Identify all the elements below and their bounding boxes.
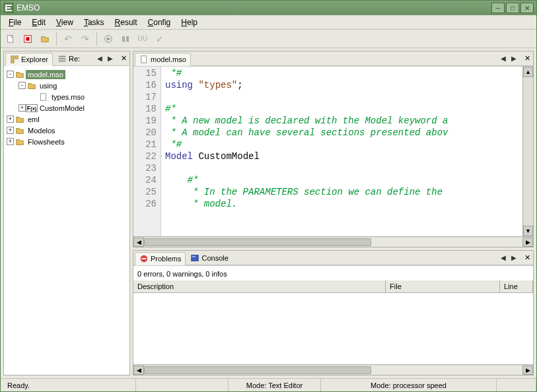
problems-tabs-next[interactable]: ▶ [509, 253, 519, 263]
minimize-button[interactable]: ─ [491, 3, 505, 13]
tree-item[interactable]: types.mso [5, 91, 128, 102]
folder-icon [15, 115, 24, 124]
explorer-icon [10, 55, 19, 64]
tree-item[interactable]: +F(x)CustomModel [5, 102, 128, 114]
menu-file[interactable]: File [3, 16, 26, 28]
col-file[interactable]: File [386, 280, 500, 292]
svg-rect-15 [192, 255, 199, 261]
tree-item[interactable]: +eml [5, 114, 128, 125]
editor-tabs-prev[interactable]: ◀ [499, 54, 508, 63]
tree-label[interactable]: types.mso [50, 92, 87, 102]
menu-view[interactable]: View [51, 16, 79, 28]
editor-tabs-close[interactable]: ✕ [522, 54, 532, 63]
toolbar-pause-icon[interactable]: ▮▮ [118, 32, 133, 46]
explorer-panel: Explorer Re: ◀ ▶ ✕ -model.mso-usingtypes… [3, 51, 130, 376]
model-icon: F(x) [27, 104, 36, 113]
col-line[interactable]: Line [500, 280, 533, 292]
tree-label[interactable]: eml [26, 115, 42, 124]
svg-rect-14 [142, 258, 147, 259]
tree-item[interactable]: -model.mso [5, 69, 128, 80]
toolbar-undo-icon[interactable]: ↶ [61, 32, 75, 46]
tree-label[interactable]: Flowsheets [26, 137, 67, 147]
tree-expander-icon[interactable]: + [7, 127, 14, 134]
tree-expander-icon[interactable]: - [7, 71, 14, 78]
problems-icon [139, 254, 149, 263]
tree-expander-icon[interactable]: - [18, 82, 26, 89]
tab-re[interactable]: Re: [53, 52, 85, 65]
list-icon [57, 54, 67, 63]
explorer-tabs-next[interactable]: ▶ [106, 54, 115, 63]
tree-label[interactable]: Modelos [26, 126, 57, 135]
svg-rect-7 [11, 59, 14, 62]
tree-label[interactable]: CustomModel [38, 104, 87, 113]
tree-expander-icon[interactable]: + [18, 104, 26, 112]
tree-label[interactable]: model.mso [26, 70, 65, 79]
svg-rect-11 [41, 93, 46, 100]
tree-item[interactable]: +Flowsheets [5, 136, 128, 147]
folder-icon [15, 70, 24, 79]
tree-expander-icon[interactable]: + [7, 138, 14, 145]
folder-icon [27, 81, 36, 90]
problems-body: 0 errors, 0 warnings, 0 infos Descriptio… [133, 265, 533, 375]
explorer-tabs: Explorer Re: ◀ ▶ ✕ [4, 51, 129, 66]
tab-console[interactable]: Console [186, 251, 233, 265]
toolbar: ↶ ↷ ▮▮ UU ✓ [1, 30, 536, 48]
explorer-tabs-prev[interactable]: ◀ [95, 54, 104, 63]
menu-tasks[interactable]: Tasks [79, 16, 110, 28]
editor-hscroll[interactable]: ◀ ▶ [133, 236, 533, 247]
code-editor[interactable]: 151617181920212223242526 *#using "types"… [133, 66, 533, 236]
folder-icon [15, 126, 24, 135]
menubar: File Edit View Tasks Result Config Help [1, 15, 536, 30]
app-icon [3, 3, 14, 13]
toolbar-grid-icon[interactable] [20, 32, 35, 46]
svg-rect-12 [141, 55, 147, 63]
app-window: EMSO ─ □ ✕ File Edit View Tasks Result C… [0, 0, 537, 392]
editor-tabs: model.mso ◀ ▶ ✕ [133, 51, 533, 66]
problems-tabs-prev[interactable]: ◀ [499, 253, 508, 263]
menu-edit[interactable]: Edit [26, 16, 51, 28]
svg-rect-3 [26, 37, 29, 40]
toolbar-check-icon[interactable]: ✓ [153, 32, 167, 46]
toolbar-uu-icon[interactable]: UU [135, 32, 150, 46]
console-icon [190, 253, 199, 263]
code-content[interactable]: *#using "types";#* * A new model is decl… [161, 67, 522, 236]
status-progress [497, 379, 536, 391]
tree-item[interactable]: -using [5, 80, 128, 91]
toolbar-open-icon[interactable] [38, 32, 52, 46]
file-icon [139, 55, 149, 64]
explorer-tabs-close[interactable]: ✕ [119, 54, 128, 63]
explorer-tree[interactable]: -model.mso-usingtypes.mso+F(x)CustomMode… [4, 66, 129, 375]
editor-tabs-next[interactable]: ▶ [509, 54, 519, 63]
fold-icon[interactable]: ▾ [161, 151, 162, 162]
menu-result[interactable]: Result [110, 16, 143, 28]
problems-tabs: Problems Console ◀ ▶ ✕ [133, 251, 533, 265]
toolbar-new-icon[interactable] [3, 32, 18, 46]
tree-expander-icon[interactable]: + [7, 115, 14, 123]
tree-item[interactable]: +Modelos [5, 125, 128, 136]
toolbar-redo-icon[interactable]: ↷ [78, 32, 92, 46]
tab-model-mso[interactable]: model.mso [135, 53, 191, 66]
status-mode-processor: Mode: processor speed [321, 379, 497, 391]
menu-help[interactable]: Help [176, 16, 203, 28]
titlebar[interactable]: EMSO ─ □ ✕ [1, 1, 536, 15]
problems-list[interactable] [133, 293, 533, 364]
tree-label[interactable]: using [38, 81, 59, 90]
editor-vscroll[interactable]: ▲▼ [522, 67, 533, 236]
problems-hscroll[interactable]: ◀ ▶ [133, 364, 533, 375]
menu-config[interactable]: Config [143, 16, 176, 28]
close-button[interactable]: ✕ [520, 3, 534, 13]
maximize-button[interactable]: □ [506, 3, 519, 13]
problems-status: 0 errors, 0 warnings, 0 infos [133, 266, 533, 280]
svg-rect-1 [8, 35, 13, 42]
col-description[interactable]: Description [133, 280, 386, 292]
tab-explorer[interactable]: Explorer [5, 53, 53, 66]
status-ready: Ready. [1, 379, 136, 391]
window-title: EMSO [17, 3, 40, 13]
tab-problems[interactable]: Problems [135, 252, 186, 265]
toolbar-run-icon[interactable] [101, 32, 116, 46]
statusbar: Ready. Mode: Text Editor Mode: processor… [1, 378, 536, 391]
svg-rect-10 [59, 60, 66, 61]
problems-tabs-close[interactable]: ✕ [522, 253, 532, 263]
svg-rect-8 [59, 55, 66, 57]
svg-rect-5 [11, 55, 14, 58]
